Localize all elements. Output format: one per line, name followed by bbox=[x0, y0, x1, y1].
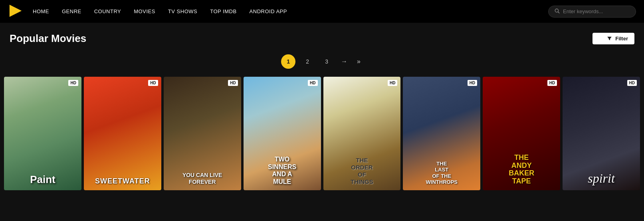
movie-poster-you-can-live-forever: YOU CAN LIVEFOREVER bbox=[164, 77, 241, 190]
nav-home[interactable]: HOME bbox=[33, 8, 49, 14]
filter-label: Filter bbox=[615, 36, 628, 42]
movie-poster-the-order-of-things: THEORDEROFTHINGS bbox=[323, 77, 401, 190]
movie-poster-two-sinners-and-a-mule: TWOSINNERSAND AMULE bbox=[244, 77, 321, 190]
svg-rect-3 bbox=[599, 36, 604, 42]
nav-movies[interactable]: MOVIES bbox=[134, 8, 155, 14]
hd-badge-sweetwater: HD bbox=[148, 80, 158, 86]
svg-marker-0 bbox=[10, 4, 22, 16]
movie-poster-sweetwater: SWEETWATER bbox=[84, 77, 161, 190]
page-3-button[interactable]: 3 bbox=[319, 54, 334, 69]
search-input[interactable] bbox=[563, 8, 630, 14]
movie-card-spirit[interactable]: spiritHD bbox=[563, 77, 640, 190]
movie-card-the-order-of-things[interactable]: THEORDEROFTHINGSHD bbox=[323, 77, 401, 190]
movie-card-paint[interactable]: PaintHD bbox=[4, 77, 81, 190]
movie-card-two-sinners-and-a-mule[interactable]: TWOSINNERSAND AMULEHD bbox=[244, 77, 321, 190]
filter-button[interactable]: Filter bbox=[592, 33, 634, 44]
movie-card-you-can-live-forever[interactable]: YOU CAN LIVEFOREVERHD bbox=[164, 77, 241, 190]
site-logo[interactable] bbox=[8, 3, 23, 20]
svg-line-2 bbox=[558, 12, 559, 13]
nav-genre[interactable]: GENRE bbox=[62, 8, 81, 14]
movie-poster-the-last-of-the-winthrops: THELASTOF THEWINTHROPS bbox=[403, 77, 480, 190]
search-bar[interactable] bbox=[548, 6, 636, 18]
hd-badge-two-sinners-and-a-mule: HD bbox=[308, 80, 317, 86]
nav-country[interactable]: COUNTRY bbox=[94, 8, 121, 14]
search-icon bbox=[554, 8, 560, 15]
filter-icon bbox=[599, 36, 604, 42]
hd-badge-you-can-live-forever: HD bbox=[228, 80, 238, 86]
hd-badge-paint: HD bbox=[68, 80, 78, 86]
hd-badge-spirit: HD bbox=[627, 80, 637, 86]
navbar: HOME GENRE COUNTRY MOVIES TV SHOWS TOP I… bbox=[0, 0, 644, 23]
nav-androidapp[interactable]: ANDROID APP bbox=[250, 8, 287, 14]
filter-funnel-icon bbox=[607, 36, 612, 41]
movie-poster-the-andy-baker-tape: THEANDYBAKERTAPE bbox=[483, 77, 560, 190]
page-header: Popular Movies Filter bbox=[0, 23, 644, 50]
hd-badge-the-last-of-the-winthrops: HD bbox=[468, 80, 477, 86]
page-next-button[interactable]: → bbox=[339, 56, 350, 67]
movies-grid: PaintHDSWEETWATERHDYOU CAN LIVEFOREVERHD… bbox=[0, 77, 644, 198]
page-2-button[interactable]: 2 bbox=[300, 54, 315, 69]
page-last-button[interactable]: » bbox=[355, 56, 363, 67]
hd-badge-the-andy-baker-tape: HD bbox=[547, 80, 557, 86]
hd-badge-the-order-of-things: HD bbox=[388, 80, 397, 86]
movie-card-sweetwater[interactable]: SWEETWATERHD bbox=[84, 77, 161, 190]
movie-card-the-last-of-the-winthrops[interactable]: THELASTOF THEWINTHROPSHD bbox=[403, 77, 480, 190]
movie-poster-paint: Paint bbox=[4, 77, 81, 190]
nav-topimdb[interactable]: TOP IMDB bbox=[210, 8, 236, 14]
page-1-button[interactable]: 1 bbox=[281, 54, 295, 69]
movie-poster-spirit: spirit bbox=[563, 77, 640, 190]
nav-links: HOME GENRE COUNTRY MOVIES TV SHOWS TOP I… bbox=[33, 8, 548, 14]
nav-tvshows[interactable]: TV SHOWS bbox=[168, 8, 197, 14]
movie-card-the-andy-baker-tape[interactable]: THEANDYBAKERTAPEHD bbox=[483, 77, 560, 190]
page-title: Popular Movies bbox=[10, 32, 86, 45]
pagination: 1 2 3 → » bbox=[0, 50, 644, 77]
